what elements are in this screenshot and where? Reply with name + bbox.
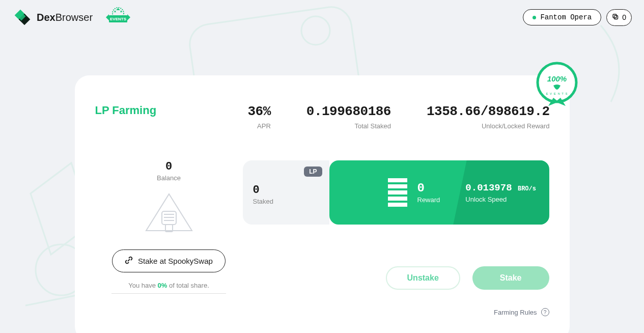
balance-label: Balance [157,174,181,182]
stake-link-label: Stake at SpookySwap [138,257,213,265]
logo-icon [12,7,33,27]
bars-icon [388,178,407,207]
network-name: Fantom Opera [540,13,592,21]
stat-apr: 36% APR [248,104,271,130]
header: DexBrowser EVENTS Fantom Opera [0,0,644,35]
svg-text:E V E N T S: E V E N T S [546,92,568,95]
brand-logo[interactable]: DexBrowser [12,7,93,27]
actions-row: Unstake Stake [243,266,549,290]
share-percent: 0% [158,282,167,289]
rules-label: Farming Rules [494,309,537,316]
staked-label: Staked [253,198,319,205]
svg-marker-12 [114,10,116,12]
right-column: LP 0 Staked BRO 0 Reward [243,160,549,316]
card-title: LP Farming [95,104,248,117]
stake-at-dex-button[interactable]: Stake at SpookySwap [112,249,226,272]
farming-card: 100% E V E N T S LP Farming 36% APR 0.19… [75,75,570,333]
events-seal: 100% E V E N T S [534,61,580,107]
bro-strip: BRO 0 Reward 0.013978 BRO/s [329,160,549,225]
help-icon: ? [541,308,549,316]
stake-button[interactable]: Stake [472,266,549,290]
stats-row: LP Farming 36% APR 0.199680186 Total Sta… [95,104,549,130]
stat-unlock-locked: 1358.66/898619.2 Unlock/Locked Reward [427,104,550,130]
copy-icon [612,13,619,22]
svg-rect-17 [613,14,617,18]
reward-label: Reward [417,196,440,204]
wallet-short: 0 [622,13,626,21]
stat-total-staked: 0.199680186 Total Staked [306,104,391,130]
reward-value: 0 [417,181,440,195]
svg-marker-22 [146,194,192,231]
unstake-button[interactable]: Unstake [386,266,460,290]
total-staked-label: Total Staked [306,122,391,130]
network-status-dot [533,16,536,19]
balance-column: 0 Balance [95,160,243,316]
lp-strip: LP 0 Staked [243,160,329,225]
svg-text:100%: 100% [547,74,566,83]
staked-value: 0 [253,184,319,197]
network-selector[interactable]: Fantom Opera [523,9,601,25]
unlock-locked-label: Unlock/Locked Reward [427,122,550,130]
svg-rect-16 [614,15,618,19]
fist-illustration [141,191,197,239]
rules-row[interactable]: Farming Rules ? [243,308,549,316]
unlock-locked-value: 1358.66/898619.2 [427,104,550,119]
lp-pill: LP [304,166,322,177]
svg-marker-13 [120,10,122,12]
events-badge[interactable]: EVENTS [104,7,132,27]
svg-marker-9 [127,14,130,20]
apr-value: 36% [248,104,271,119]
share-line: You have 0% of total share. [111,282,226,294]
strip-row: LP 0 Staked BRO 0 Reward [243,160,549,225]
speed-label: Unlock Speed [465,196,537,203]
apr-label: APR [248,122,271,130]
logo-text: DexBrowser [37,12,93,23]
speed-value: 0.013978 BRO/s [465,182,537,193]
svg-text:EVENTS: EVENTS [110,17,127,21]
svg-marker-11 [116,8,120,10]
reward-section: 0 Reward [329,160,466,225]
total-staked-value: 0.199680186 [306,104,391,119]
header-left: DexBrowser EVENTS [12,7,132,27]
body-row: 0 Balance [95,160,549,316]
svg-marker-8 [106,14,109,20]
link-icon [125,256,133,266]
stats-group: 36% APR 0.199680186 Total Staked 1358.66… [248,104,550,130]
wallet-copy-button[interactable]: 0 [606,9,632,26]
speed-section: 0.013978 BRO/s Unlock Speed [453,160,549,225]
balance-value: 0 [165,160,172,173]
header-right: Fantom Opera 0 [523,9,632,26]
